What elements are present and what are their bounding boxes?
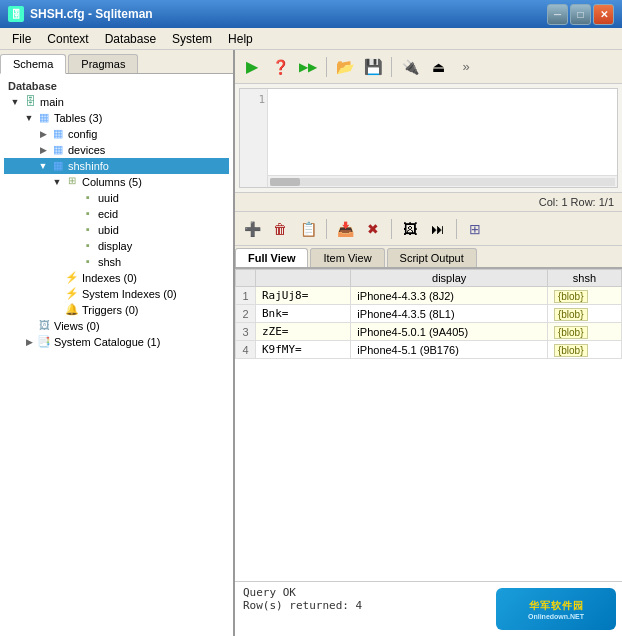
delete-row-button[interactable]: 🗑 — [267, 216, 293, 242]
save-file-button[interactable]: 💾 — [360, 54, 386, 80]
line-number-1: 1 — [242, 93, 265, 106]
menu-help[interactable]: Help — [220, 30, 261, 48]
tree-item-shshinfo[interactable]: ▼ ▦ shshinfo — [4, 158, 229, 174]
portrait-button[interactable]: 🖼 — [397, 216, 423, 242]
trigger-icon: 🔔 — [64, 303, 80, 317]
close-button[interactable]: ✕ — [593, 4, 614, 25]
delete-all-button[interactable]: ✖ — [360, 216, 386, 242]
tree-text-system-indexes: System Indexes (0) — [82, 288, 177, 300]
col-icon-ecid: ▪ — [80, 207, 96, 221]
tab-pragmas[interactable]: Pragmas — [68, 54, 138, 73]
tree-item-ecid[interactable]: ▶ ▪ ecid — [4, 206, 229, 222]
tree-text-main: main — [40, 96, 64, 108]
tree-text-ecid: ecid — [98, 208, 118, 220]
cell-key: Bnk= — [256, 305, 351, 323]
tree-item-columns[interactable]: ▼ ⊞ Columns (5) — [4, 174, 229, 190]
tree-item-indexes[interactable]: ▶ ⚡ Indexes (0) — [4, 270, 229, 286]
tree-item-ubid[interactable]: ▶ ▪ ubid — [4, 222, 229, 238]
db-connect-button[interactable]: 🔌 — [397, 54, 423, 80]
schema-tab-bar: Schema Pragmas — [0, 50, 233, 74]
cell-key: RajUj8= — [256, 287, 351, 305]
cell-key: K9fMY= — [256, 341, 351, 359]
run-step-button[interactable]: ▶▶ — [295, 54, 321, 80]
tab-script-output[interactable]: Script Output — [387, 248, 477, 267]
main-content: Schema Pragmas Database ▼ 🗄 main ▼ ▦ Tab… — [0, 50, 622, 636]
tab-schema[interactable]: Schema — [0, 54, 66, 74]
status-bar: Col: 1 Row: 1/1 — [235, 192, 622, 212]
tree-item-triggers[interactable]: ▶ 🔔 Triggers (0) — [4, 302, 229, 318]
tab-full-view[interactable]: Full View — [235, 248, 308, 267]
toolbar-separator-1 — [326, 57, 327, 77]
add-row-button[interactable]: ➕ — [239, 216, 265, 242]
toolbar-separator-2 — [391, 57, 392, 77]
maximize-button[interactable]: □ — [570, 4, 591, 25]
tree-item-main[interactable]: ▼ 🗄 main — [4, 94, 229, 110]
table-icon-shshinfo: ▦ — [50, 159, 66, 173]
data-toolbar-sep-2 — [391, 219, 392, 239]
run-button[interactable]: ▶ — [239, 54, 265, 80]
app-title: SHSH.cfg - Sqliteman — [30, 7, 153, 21]
tab-item-view[interactable]: Item View — [310, 248, 384, 267]
col-icon-shsh: ▪ — [80, 255, 96, 269]
arrow-main: ▼ — [8, 97, 22, 107]
tree-text-syscat: System Catalogue (1) — [54, 336, 160, 348]
table-row[interactable]: 3zZE=iPhone4-5.0.1 (9A405){blob} — [236, 323, 622, 341]
arrow-shshinfo: ▼ — [36, 161, 50, 171]
table-row[interactable]: 2Bnk=iPhone4-4.3.5 (8L1){blob} — [236, 305, 622, 323]
cell-key: zZE= — [256, 323, 351, 341]
col-row-status: Col: 1 Row: 1/1 — [539, 196, 614, 208]
arrow-columns: ▼ — [50, 177, 64, 187]
minimize-button[interactable]: ─ — [547, 4, 568, 25]
sql-input[interactable] — [268, 89, 617, 187]
arrow-devices: ▶ — [36, 145, 50, 155]
cell-row-num: 4 — [236, 341, 256, 359]
tree-item-devices[interactable]: ▶ ▦ devices — [4, 142, 229, 158]
arrow-config: ▶ — [36, 129, 50, 139]
tree-text-views: Views (0) — [54, 320, 100, 332]
sql-editor: 1 — [239, 88, 618, 188]
titlebar: 🗄 SHSH.cfg - Sqliteman ─ □ ✕ — [0, 0, 622, 28]
data-toolbar-sep-1 — [326, 219, 327, 239]
table-row[interactable]: 1RajUj8=iPhone4-4.3.3 (8J2){blob} — [236, 287, 622, 305]
tree-item-views[interactable]: ▶ 🖼 Views (0) — [4, 318, 229, 334]
data-table-container: display shsh 1RajUj8=iPhone4-4.3.3 (8J2)… — [235, 269, 622, 581]
tree-item-tables[interactable]: ▼ ▦ Tables (3) — [4, 110, 229, 126]
cell-row-num: 1 — [236, 287, 256, 305]
col-header-num — [236, 270, 256, 287]
copy-row-button[interactable]: 📋 — [295, 216, 321, 242]
import-button[interactable]: 📥 — [332, 216, 358, 242]
menubar: File Context Database System Help — [0, 28, 622, 50]
grid-button[interactable]: ⊞ — [462, 216, 488, 242]
sql-scrollbar-h[interactable] — [268, 175, 617, 187]
tree-item-display[interactable]: ▶ ▪ display — [4, 238, 229, 254]
data-toolbar-sep-3 — [456, 219, 457, 239]
cell-display: iPhone4-4.3.5 (8L1) — [351, 305, 548, 323]
table-icon: ▦ — [36, 111, 52, 125]
scroll-thumb-h[interactable] — [270, 178, 300, 186]
scroll-track-h — [270, 178, 615, 186]
tree-item-shsh[interactable]: ▶ ▪ shsh — [4, 254, 229, 270]
sys-index-icon: ⚡ — [64, 287, 80, 301]
next-button[interactable]: ⏭ — [425, 216, 451, 242]
cell-shsh: {blob} — [547, 341, 621, 359]
db-icon: 🗄 — [22, 95, 38, 109]
tree-item-system-indexes[interactable]: ▶ ⚡ System Indexes (0) — [4, 286, 229, 302]
db-eject-button[interactable]: ⏏ — [425, 54, 451, 80]
menu-database[interactable]: Database — [97, 30, 164, 48]
tree-item-config[interactable]: ▶ ▦ config — [4, 126, 229, 142]
open-file-button[interactable]: 📂 — [332, 54, 358, 80]
menu-system[interactable]: System — [164, 30, 220, 48]
menu-context[interactable]: Context — [39, 30, 96, 48]
tree-text-triggers: Triggers (0) — [82, 304, 138, 316]
main-toolbar: ▶ ❓ ▶▶ 📂 💾 🔌 ⏏ » — [235, 50, 622, 84]
line-numbers: 1 — [240, 89, 268, 187]
more-button[interactable]: » — [453, 54, 479, 80]
tree-item-syscat[interactable]: ▶ 📑 System Catalogue (1) — [4, 334, 229, 350]
cell-row-num: 3 — [236, 323, 256, 341]
menu-file[interactable]: File — [4, 30, 39, 48]
tree-item-uuid[interactable]: ▶ ▪ uuid — [4, 190, 229, 206]
explain-button[interactable]: ❓ — [267, 54, 293, 80]
tree-root-label: Database — [4, 78, 229, 94]
tree-text-columns: Columns (5) — [82, 176, 142, 188]
table-row[interactable]: 4K9fMY=iPhone4-5.1 (9B176){blob} — [236, 341, 622, 359]
